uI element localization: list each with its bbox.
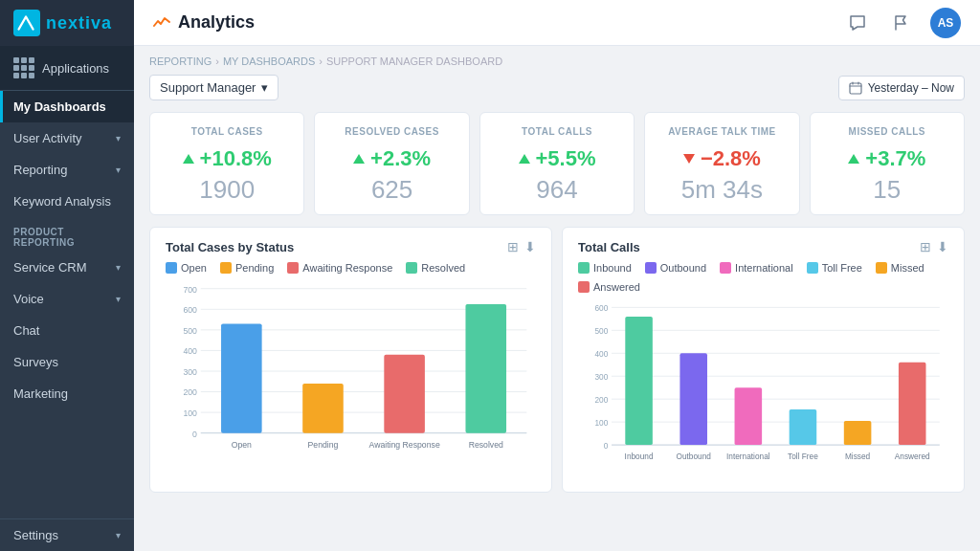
legend-item-outbound: Outbound bbox=[645, 262, 706, 274]
svg-text:Missed: Missed bbox=[845, 452, 871, 461]
legend-label: Answered bbox=[593, 281, 640, 293]
sidebar-item-keyword-analysis[interactable]: Keyword Analysis bbox=[0, 186, 134, 217]
sidebar-item-service-crm[interactable]: Service CRM ▾ bbox=[0, 252, 134, 283]
dashboard-selector[interactable]: Support Manager ▾ bbox=[149, 75, 278, 100]
svg-text:200: 200 bbox=[183, 387, 197, 397]
chart-total-calls: Total Calls ⊞ ⬇ InboundOutboundInternati… bbox=[562, 227, 965, 493]
chat-icon-button[interactable] bbox=[842, 8, 873, 38]
svg-rect-52 bbox=[899, 363, 926, 445]
svg-rect-0 bbox=[13, 10, 40, 36]
chart-calls-legend: InboundOutboundInternationalToll FreeMis… bbox=[578, 262, 948, 293]
dashboard-selector-label: Support Manager bbox=[160, 80, 256, 95]
sidebar: nextiva Applications My Dashboards User … bbox=[0, 0, 134, 551]
breadcrumb-separator: › bbox=[319, 55, 323, 67]
svg-text:0: 0 bbox=[192, 430, 197, 439]
chart-calls-download-icon[interactable]: ⬇ bbox=[937, 239, 948, 254]
breadcrumb-my-dashboards[interactable]: MY DASHBOARDS bbox=[223, 55, 315, 67]
svg-text:Pending: Pending bbox=[308, 440, 339, 450]
svg-rect-42 bbox=[625, 317, 653, 445]
kpi-change-row-total-calls: +5.5% bbox=[519, 146, 596, 171]
legend-label: International bbox=[735, 262, 793, 274]
kpi-change-value-missed-calls: +3.7% bbox=[865, 146, 925, 171]
dropdown-arrow-icon: ▾ bbox=[261, 80, 268, 95]
sidebar-item-label: User Activity bbox=[13, 131, 82, 145]
kpi-label-total-cases: TOTAL CASES bbox=[191, 126, 263, 137]
svg-text:300: 300 bbox=[183, 367, 197, 377]
legend-dot bbox=[220, 262, 232, 274]
svg-text:100: 100 bbox=[595, 418, 609, 428]
svg-rect-50 bbox=[844, 421, 872, 445]
sidebar-item-label: My Dashboards bbox=[13, 99, 106, 114]
flag-icon-button[interactable] bbox=[886, 8, 917, 38]
chart-calls-svg: 0100200300400500600InboundOutboundIntern… bbox=[578, 300, 948, 476]
sidebar-item-label: Surveys bbox=[13, 355, 58, 369]
kpi-value-resolved-cases: 625 bbox=[371, 175, 412, 205]
arrow-up-icon bbox=[848, 154, 859, 164]
chart-cases-expand-icon[interactable]: ⊞ bbox=[507, 239, 519, 254]
chart-cases-svg: 0100200300400500600700OpenPendingAwaitin… bbox=[166, 281, 536, 467]
kpi-card-total-cases: TOTAL CASES+10.8%1900 bbox=[149, 112, 304, 215]
legend-item-answered: Answered bbox=[578, 281, 640, 293]
kpi-card-missed-calls: MISSED CALLS+3.7%15 bbox=[810, 112, 965, 215]
legend-label: Toll Free bbox=[822, 262, 862, 274]
legend-item-awaiting-response: Awaiting Response bbox=[287, 262, 392, 274]
topbar-title: Analytics bbox=[178, 12, 255, 33]
svg-text:600: 600 bbox=[595, 303, 609, 313]
chart-cases-download-icon[interactable]: ⬇ bbox=[524, 239, 536, 254]
chevron-icon: ▾ bbox=[116, 294, 121, 304]
legend-item-open: Open bbox=[166, 262, 207, 274]
legend-label: Pending bbox=[235, 262, 274, 274]
sidebar-item-my-dashboards[interactable]: My Dashboards bbox=[0, 91, 134, 122]
chart-cases-header: Total Cases by Status ⊞ ⬇ bbox=[166, 239, 536, 254]
chart-calls-expand-icon[interactable]: ⊞ bbox=[920, 239, 931, 254]
svg-text:300: 300 bbox=[595, 372, 609, 382]
kpi-label-missed-calls: MISSED CALLS bbox=[849, 126, 925, 137]
sidebar-item-user-activity[interactable]: User Activity ▾ bbox=[0, 122, 134, 154]
kpi-change-value-resolved-cases: +2.3% bbox=[370, 146, 431, 171]
arrow-up-icon bbox=[519, 154, 530, 164]
kpi-change-row-total-cases: +10.8% bbox=[183, 146, 272, 171]
svg-text:500: 500 bbox=[595, 326, 609, 336]
kpi-label-total-calls: TOTAL CALLS bbox=[522, 126, 592, 137]
sidebar-item-settings[interactable]: Settings ▾ bbox=[0, 519, 134, 551]
main-content: Analytics AS REPORTING › MY DASHBOARDS ›… bbox=[134, 0, 980, 551]
svg-rect-48 bbox=[790, 409, 817, 445]
sidebar-item-surveys[interactable]: Surveys bbox=[0, 346, 134, 378]
legend-dot bbox=[578, 281, 590, 293]
kpi-card-average-talk-time: AVERAGE TALK TIME−2.8%5m 34s bbox=[644, 112, 799, 215]
kpi-change-value-total-calls: +5.5% bbox=[536, 146, 596, 171]
charts-row: Total Cases by Status ⊞ ⬇ OpenPendingAwa… bbox=[149, 227, 965, 493]
sidebar-item-label: Keyword Analysis bbox=[13, 194, 111, 209]
chevron-icon: ▾ bbox=[116, 165, 121, 175]
kpi-card-total-calls: TOTAL CALLS+5.5%964 bbox=[479, 112, 635, 215]
nextiva-logo-icon bbox=[13, 10, 40, 36]
sidebar-item-voice[interactable]: Voice ▾ bbox=[0, 283, 134, 315]
date-range-filter[interactable]: Yesterday – Now bbox=[838, 76, 965, 100]
dashboard-header: Support Manager ▾ Yesterday – Now bbox=[149, 75, 965, 100]
sidebar-item-chat[interactable]: Chat bbox=[0, 315, 134, 346]
chart-calls-title: Total Calls bbox=[578, 240, 640, 254]
legend-item-international: International bbox=[720, 262, 793, 274]
sidebar-item-reporting[interactable]: Reporting ▾ bbox=[0, 154, 134, 186]
legend-dot bbox=[876, 262, 887, 274]
sidebar-bottom: Settings ▾ bbox=[0, 518, 134, 551]
legend-dot bbox=[720, 262, 731, 274]
kpi-value-average-talk-time: 5m 34s bbox=[681, 175, 763, 205]
logo-text: nextiva bbox=[46, 13, 112, 33]
apps-button[interactable]: Applications bbox=[0, 46, 134, 91]
kpi-card-resolved-cases: RESOLVED CASES+2.3%625 bbox=[314, 112, 469, 215]
svg-text:Resolved: Resolved bbox=[469, 440, 503, 450]
breadcrumb-separator: › bbox=[215, 55, 219, 67]
legend-label: Awaiting Response bbox=[302, 262, 392, 274]
breadcrumb-reporting[interactable]: REPORTING bbox=[149, 55, 212, 67]
kpi-change-row-missed-calls: +3.7% bbox=[848, 146, 925, 171]
svg-text:600: 600 bbox=[183, 305, 197, 315]
kpi-change-row-resolved-cases: +2.3% bbox=[353, 146, 431, 171]
legend-dot bbox=[645, 262, 657, 274]
chart-cases-title: Total Cases by Status bbox=[166, 240, 294, 254]
svg-text:Answered: Answered bbox=[895, 452, 930, 461]
sidebar-item-marketing[interactable]: Marketing bbox=[0, 378, 134, 409]
svg-rect-44 bbox=[679, 353, 707, 445]
legend-item-resolved: Resolved bbox=[406, 262, 465, 274]
user-avatar[interactable]: AS bbox=[930, 8, 961, 38]
